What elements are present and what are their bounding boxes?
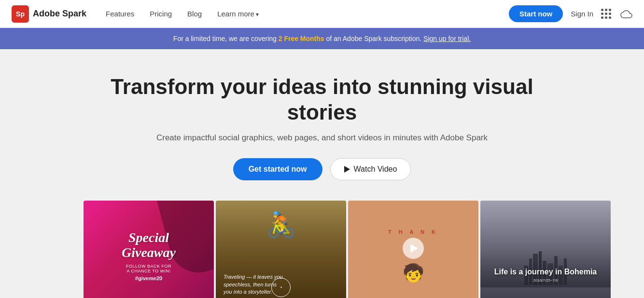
nav-features[interactable]: Features xyxy=(106,10,134,18)
brand-name: Adobe Spark xyxy=(33,9,86,19)
giveaway-tag: #giveme20 xyxy=(122,275,176,281)
play-icon xyxy=(344,166,350,173)
banner-highlight: 2 Free Months xyxy=(279,35,324,42)
banner-text-after: of an Adobe Spark subscription. xyxy=(326,35,424,42)
promo-banner: For a limited time, we are covering 2 Fr… xyxy=(0,28,644,49)
hero-buttons: Get started now Watch Video xyxy=(10,158,634,180)
nav-links: Features Pricing Blog Learn more xyxy=(106,10,509,18)
bohemia-date: 2016/7/25~7/6 xyxy=(533,278,558,283)
giveaway-title-line1: SpecialGiveaway xyxy=(122,230,176,260)
logo[interactable]: Sp Adobe Spark xyxy=(12,5,86,23)
child-figure: 🧒 xyxy=(403,263,424,283)
start-now-button[interactable]: Start now xyxy=(509,5,563,22)
play-icon-inner xyxy=(410,244,418,253)
gallery: SpecialGiveaway FOLLOW BACK FORA CHANCE … xyxy=(10,201,634,298)
get-started-button[interactable]: Get started now xyxy=(233,158,322,180)
gallery-card-thank[interactable]: T H A N K 🧒 xyxy=(348,201,478,298)
watch-video-button[interactable]: Watch Video xyxy=(330,158,411,180)
bohemia-title: Life is a journey in Bohemia xyxy=(494,268,597,276)
gallery-card-giveaway[interactable]: SpecialGiveaway FOLLOW BACK FORA CHANCE … xyxy=(84,201,214,298)
nav-learn-more[interactable]: Learn more xyxy=(217,10,259,18)
apps-grid-icon[interactable] xyxy=(601,9,611,19)
nav-right: Start now Sign In xyxy=(509,5,632,22)
hero-section: Transform your ideas into stunning visua… xyxy=(0,49,644,298)
logo-icon: Sp xyxy=(12,5,29,23)
gallery-card-bohemia[interactable]: Life is a journey in Bohemia 2016/7/25~7… xyxy=(480,201,611,298)
watch-video-label: Watch Video xyxy=(354,165,397,174)
bicycle-figure: 🚴 xyxy=(266,210,297,240)
giveaway-subtitle: FOLLOW BACK FORA CHANCE TO WIN! xyxy=(122,264,176,273)
gallery-card-bicycle[interactable]: 🚴 ✦ Traveling — it leaves youspeechless,… xyxy=(216,201,346,298)
hero-subtitle: Create impactful social graphics, web pa… xyxy=(10,133,634,143)
play-button-circle[interactable] xyxy=(403,238,424,259)
sign-in-link[interactable]: Sign In xyxy=(571,10,593,18)
nav-blog[interactable]: Blog xyxy=(187,10,202,18)
bicycle-quote: Traveling — it leaves youspeechless, the… xyxy=(224,273,338,296)
nav-pricing[interactable]: Pricing xyxy=(150,10,172,18)
banner-text-before: For a limited time, we are covering xyxy=(173,35,279,42)
cloud-icon[interactable] xyxy=(619,9,632,19)
thank-letters: T H A N K xyxy=(388,229,438,235)
banner-signup-link[interactable]: Sign up for trial. xyxy=(423,35,471,42)
navbar: Sp Adobe Spark Features Pricing Blog Lea… xyxy=(0,0,644,28)
hero-title: Transform your ideas into stunning visua… xyxy=(105,74,539,125)
